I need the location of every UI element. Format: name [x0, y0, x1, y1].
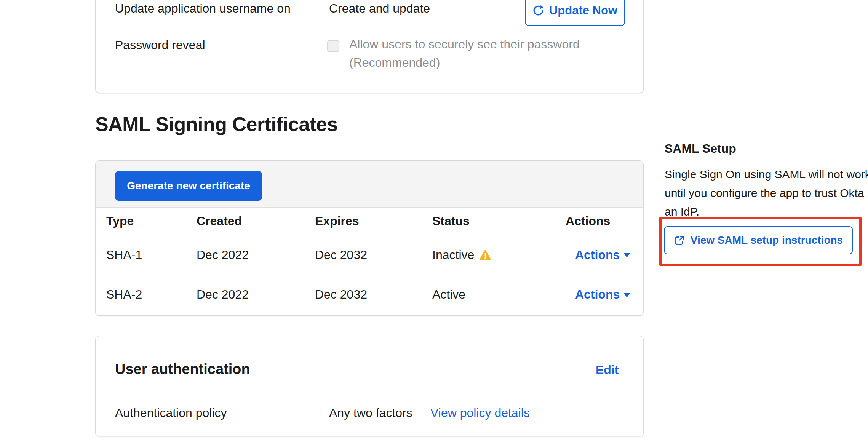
view-saml-instructions-button[interactable]: View SAML setup instructions: [664, 226, 853, 254]
update-now-label: Update Now: [549, 4, 617, 18]
okta-app-settings-page: Update application username on Create an…: [0, 0, 868, 441]
password-reveal-help: Allow users to securely see their passwo…: [349, 37, 580, 51]
status-text: Active: [432, 288, 465, 302]
external-link-icon: [674, 235, 685, 246]
generate-certificate-button[interactable]: Generate new certificate: [115, 171, 262, 201]
cell-type: SHA-2: [106, 275, 142, 315]
auth-policy-value: Any two factors: [329, 406, 412, 420]
chevron-down-icon: [624, 293, 630, 297]
password-reveal-note: (Recommended): [349, 55, 440, 70]
warning-icon: [479, 249, 491, 260]
actions-dropdown[interactable]: Actions: [575, 235, 630, 275]
saml-setup-heading: SAML Setup: [665, 141, 736, 156]
username-update-value: Create and update: [329, 1, 430, 16]
password-reveal-label: Password reveal: [115, 38, 205, 52]
auth-policy-label: Authentication policy: [115, 406, 227, 420]
col-type: Type: [106, 207, 134, 235]
saml-certificates-heading: SAML Signing Certificates: [95, 113, 338, 136]
cell-created: Dec 2022: [197, 235, 249, 275]
saml-setup-description: Single Sign On using SAML will not work …: [665, 165, 868, 221]
col-expires: Expires: [315, 207, 359, 235]
cell-type: SHA-1: [106, 235, 142, 275]
user-auth-heading: User authentication: [115, 361, 250, 377]
view-saml-instructions-label: View SAML setup instructions: [691, 234, 843, 246]
col-actions: Actions: [566, 207, 610, 235]
col-status: Status: [432, 207, 470, 235]
status-text: Inactive: [432, 248, 474, 262]
actions-dropdown[interactable]: Actions: [575, 275, 630, 315]
view-policy-details-link[interactable]: View policy details: [430, 406, 530, 420]
edit-link[interactable]: Edit: [596, 363, 619, 377]
refresh-icon: [532, 5, 544, 16]
username-update-label: Update application username on: [115, 1, 291, 16]
cell-expires: Dec 2032: [315, 235, 367, 275]
cell-expires: Dec 2032: [315, 275, 367, 315]
password-reveal-checkbox[interactable]: [327, 40, 339, 52]
certificates-card: Generate new certificate Type Created Ex…: [95, 160, 644, 316]
provisioning-settings-card: Update application username on Create an…: [95, 0, 644, 93]
certificates-toolbar: Generate new certificate: [96, 161, 643, 208]
cell-created: Dec 2022: [197, 275, 249, 315]
cert-table-row: SHA-1 Dec 2022 Dec 2032 Inactive Actions: [96, 235, 643, 275]
cert-table-row: SHA-2 Dec 2022 Dec 2032 Active Actions: [96, 275, 643, 315]
actions-label: Actions: [575, 248, 620, 262]
cert-table-header: Type Created Expires Status Actions: [96, 207, 643, 235]
cell-status: Active: [432, 275, 465, 315]
user-authentication-card: User authentication Edit Authentication …: [95, 336, 644, 436]
col-created: Created: [197, 207, 242, 235]
chevron-down-icon: [624, 253, 630, 257]
actions-label: Actions: [575, 288, 620, 302]
cell-status: Inactive: [432, 235, 491, 275]
update-now-button[interactable]: Update Now: [525, 0, 625, 26]
